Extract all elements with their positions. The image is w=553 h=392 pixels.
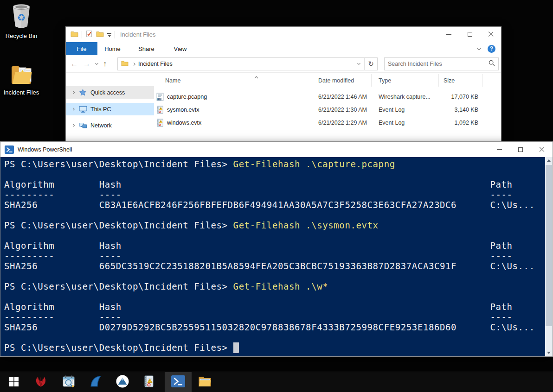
console-line: SHA256 CB3A1E6ACFB246F256FBFEFDB6F494941…: [4, 200, 553, 210]
close-button[interactable]: [480, 27, 501, 42]
tab-file[interactable]: File: [66, 42, 97, 55]
address-bar[interactable]: Incident Files: [117, 57, 378, 70]
file-name: windows.evtx: [167, 120, 201, 126]
file-list: Name Date modified Type Size 010capture.…: [154, 73, 501, 142]
expand-chevron-icon[interactable]: [71, 91, 75, 94]
svg-text:♻: ♻: [17, 12, 26, 23]
scroll-down-icon[interactable]: [545, 349, 553, 356]
column-header-name[interactable]: Name: [154, 74, 312, 87]
red-shell-icon: [34, 375, 47, 390]
console-line: --------- ---- ----: [4, 312, 553, 322]
tab-share[interactable]: Share: [135, 42, 158, 55]
taskbar-event-log-search-app-button[interactable]: [58, 372, 80, 392]
powershell-window: Windows PowerShell PS C:\Users\user\Desk…: [0, 141, 553, 357]
expand-ribbon-icon[interactable]: [477, 46, 482, 51]
navigation-pane: Quick access This PC Network: [66, 73, 154, 142]
start-button[interactable]: [3, 372, 25, 392]
minimize-icon: [497, 149, 502, 150]
refresh-icon[interactable]: [364, 58, 377, 70]
breadcrumb-chevron-icon[interactable]: [132, 62, 135, 65]
taskbar-file-explorer-button[interactable]: [193, 372, 216, 392]
search-icon[interactable]: [489, 60, 495, 68]
taskbar-powershell-button[interactable]: [165, 372, 192, 392]
recent-locations-icon[interactable]: [95, 61, 98, 64]
event-log-icon: [156, 106, 164, 114]
minimize-icon: [446, 34, 451, 35]
powershell-icon: [171, 375, 185, 389]
console-line: PS C:\Users\user\Desktop\Incident Files>…: [4, 159, 553, 169]
up-icon[interactable]: [103, 60, 107, 68]
taskbar-red-shell-app-button[interactable]: [30, 372, 52, 392]
scroll-up-icon[interactable]: [545, 157, 553, 164]
expand-chevron-icon[interactable]: [71, 124, 75, 127]
desktop-icon-recycle-bin[interactable]: ♻ Recycle Bin: [0, 3, 43, 39]
console-scrollbar[interactable]: [545, 157, 553, 356]
file-type: Event Log: [372, 120, 439, 126]
column-header-type[interactable]: Type: [372, 74, 439, 87]
console-line: PS C:\Users\user\Desktop\Incident Files>…: [4, 281, 553, 291]
console-line: Algorithm Hash Path: [4, 302, 553, 312]
search-input[interactable]: [388, 61, 489, 67]
properties-check-icon[interactable]: [85, 30, 93, 39]
quick-access-star-icon: [78, 89, 87, 96]
wireshark-capture-icon: 010: [156, 93, 164, 101]
maximize-icon: [468, 32, 472, 37]
file-row[interactable]: sysmon.evtx6/21/2022 1:30 AMEvent Log3,1…: [154, 103, 501, 116]
sidebar-item-label: Network: [90, 122, 112, 129]
file-size: 3,140 KB: [439, 107, 483, 113]
console-line: [4, 230, 553, 240]
address-dropdown-icon[interactable]: [353, 63, 364, 64]
event-log-icon: [156, 119, 164, 127]
file-size: 1,092 KB: [439, 120, 483, 126]
desktop-icon-label: Recycle Bin: [0, 32, 43, 39]
taskbar-event-log-viewer-button[interactable]: [137, 372, 160, 392]
ribbon-tabs: File Home Share View: [66, 42, 501, 55]
expand-chevron-icon[interactable]: [71, 107, 75, 111]
console-line: [4, 210, 553, 220]
console-line: [4, 169, 553, 179]
folder-icon: [121, 60, 129, 68]
column-header-size[interactable]: Size: [439, 74, 483, 87]
back-icon[interactable]: [71, 60, 78, 68]
file-modified: 6/21/2022 1:30 AM: [312, 107, 372, 113]
customize-toolbar-dropdown-icon[interactable]: [107, 32, 111, 37]
taskbar-mountain-app-button[interactable]: [111, 372, 134, 392]
scrollbar-thumb[interactable]: [546, 165, 552, 326]
powershell-icon: [5, 145, 14, 154]
file-rows: 010capture.pcapng6/21/2022 1:46 AMWiresh…: [154, 90, 501, 129]
console-line: [4, 271, 553, 281]
folder-icon: [10, 80, 33, 88]
console-line: [4, 332, 553, 342]
tab-home[interactable]: Home: [101, 42, 124, 55]
close-button[interactable]: [531, 142, 553, 157]
file-row[interactable]: 010capture.pcapng6/21/2022 1:46 AMWiresh…: [154, 90, 501, 103]
maximize-button[interactable]: [510, 142, 531, 157]
sidebar-item-label: Quick access: [90, 89, 125, 96]
minimize-button[interactable]: [438, 27, 459, 42]
sidebar-item-this-pc[interactable]: This PC: [66, 103, 154, 115]
maximize-button[interactable]: [459, 27, 480, 42]
network-icon: [78, 122, 87, 129]
desktop-icon-incident-files[interactable]: Incident Files: [0, 64, 43, 96]
powershell-console[interactable]: PS C:\Users\user\Desktop\Incident Files>…: [0, 157, 553, 356]
toolbar-separator: [82, 31, 82, 38]
monitor-icon: [78, 106, 87, 113]
column-header-modified[interactable]: Date modified: [312, 74, 372, 87]
tab-view[interactable]: View: [168, 42, 192, 55]
mountain-circle-icon: [116, 374, 129, 390]
minimize-button[interactable]: [489, 142, 510, 157]
taskbar-wireshark-button[interactable]: [84, 372, 107, 392]
file-row[interactable]: windows.evtx6/21/2022 1:29 AMEvent Log1,…: [154, 116, 501, 129]
sidebar-item-network[interactable]: Network: [66, 119, 154, 132]
taskbar: [0, 372, 553, 392]
new-folder-icon[interactable]: [96, 31, 104, 39]
explorer-titlebar[interactable]: Incident Files: [66, 27, 501, 42]
console-line: Algorithm Hash Path: [4, 179, 553, 190]
console-line: --------- ---- ----: [4, 251, 553, 261]
help-icon[interactable]: [488, 45, 495, 53]
breadcrumb-location[interactable]: Incident Files: [138, 61, 353, 67]
sidebar-item-quick-access[interactable]: Quick access: [66, 86, 154, 99]
windows-logo-icon: [8, 376, 19, 389]
powershell-titlebar[interactable]: Windows PowerShell: [0, 142, 553, 157]
forward-icon[interactable]: [83, 60, 90, 68]
